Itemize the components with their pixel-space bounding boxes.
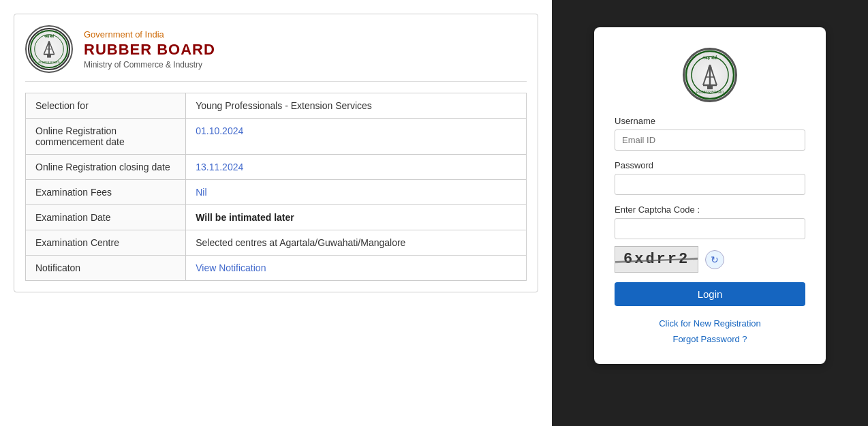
table-row: Selection forYoung Professionals - Exten… [26,93,527,119]
captcha-input[interactable] [615,218,805,239]
login-logo-circle: रबड़ बोर्ड RUBBER BOARD [683,48,737,102]
captcha-image: 6xdrr2 [615,246,698,273]
table-row: Online Registration commencement date01.… [26,119,527,155]
password-label: Password [615,160,805,170]
captcha-label: Enter Captcha Code : [615,204,805,215]
table-row: NotificatonView Notification [26,256,527,281]
right-panel: रबड़ बोर्ड RUBBER BOARD Username Passwor… [552,0,868,426]
svg-rect-20 [707,85,713,89]
table-cell-label: Notificaton [26,256,186,281]
table-cell-value: View Notification [186,256,527,281]
table-cell-label: Examination Fees [26,180,186,205]
table-row: Examination FeesNil [26,180,527,205]
table-cell-label: Examination Centre [26,230,186,256]
username-group: Username [615,116,805,151]
table-cell-label: Online Registration commencement date [26,119,186,155]
table-cell-value: 01.10.2024 [186,119,527,155]
svg-text:रबड़ बोर्ड: रबड़ बोर्ड [44,34,55,38]
table-cell-label: Selection for [26,93,186,119]
table-row: Online Registration closing date13.11.20… [26,155,527,180]
svg-point-21 [709,66,712,70]
left-panel: रबड़ बोर्ड RUBBER BOARD Government of In… [0,0,552,426]
table-cell-value: Nil [186,180,527,205]
rubber-board-logo: रबड़ बोर्ड RUBBER BOARD [25,25,73,73]
table-cell-value: Will be intimated later [186,205,527,230]
header-text: Government of India RUBBER BOARD Ministr… [84,29,215,70]
header-section: रबड़ बोर्ड RUBBER BOARD Government of In… [25,25,527,82]
ministry-label: Ministry of Commerce & Industry [84,60,215,70]
view-notification-link[interactable]: View Notification [196,262,266,273]
captcha-refresh-button[interactable]: ↻ [705,250,724,269]
password-input[interactable] [615,174,805,195]
svg-text:रबड़ बोर्ड: रबड़ बोर्ड [702,55,717,61]
login-button[interactable]: Login [615,282,805,306]
username-label: Username [615,116,805,126]
password-group: Password [615,160,805,195]
new-registration-link[interactable]: Click for New Registration [615,316,805,331]
org-name: RUBBER BOARD [84,41,215,59]
table-cell-value: Selected centres at Agartala/Guwahati/Ma… [186,230,527,256]
username-input[interactable] [615,130,805,151]
info-table: Selection forYoung Professionals - Exten… [25,93,527,281]
captcha-section: Enter Captcha Code : 6xdrr2 ↻ [615,204,805,273]
table-row: Examination DateWill be intimated later [26,205,527,230]
gov-label: Government of India [84,29,215,40]
table-row: Examination CentreSelected centres at Ag… [26,230,527,256]
info-card: रबड़ बोर्ड RUBBER BOARD Government of In… [14,14,538,292]
table-cell-value: 13.11.2024 [186,155,527,180]
table-cell-label: Online Registration closing date [26,155,186,180]
table-cell-label: Examination Date [26,205,186,230]
svg-text:RUBBER BOARD: RUBBER BOARD [39,61,60,64]
svg-rect-9 [47,55,51,58]
table-cell-value: Young Professionals - Extension Services [186,93,527,119]
login-logo: रबड़ बोर्ड RUBBER BOARD [615,48,805,102]
bottom-links: Click for New Registration Forgot Passwo… [615,316,805,348]
forgot-password-link[interactable]: Forgot Password ? [615,331,805,347]
captcha-display: 6xdrr2 ↻ [615,246,805,273]
login-card: रबड़ बोर्ड RUBBER BOARD Username Passwor… [594,27,826,364]
svg-text:RUBBER BOARD: RUBBER BOARD [696,90,724,94]
svg-point-10 [48,42,50,45]
